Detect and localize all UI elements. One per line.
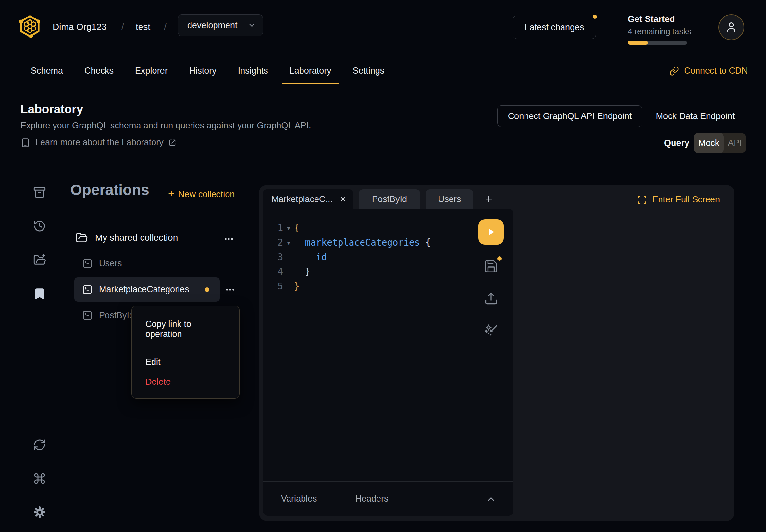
target-select[interactable]: development: [178, 14, 263, 36]
history-icon[interactable]: [33, 220, 46, 233]
code-line: 4 }: [274, 264, 514, 279]
query-mode-api[interactable]: API: [724, 133, 746, 153]
fullscreen-label: Enter Full Screen: [652, 195, 720, 205]
editor-tabs: MarketplaceC... PostById Users: [263, 189, 499, 209]
code-line: 5 }: [274, 279, 514, 294]
chevron-up-icon[interactable]: [486, 494, 496, 504]
sync-icon[interactable]: [33, 438, 46, 451]
operation-context-menu: Copy link to operation Edit Delete: [131, 306, 239, 399]
breadcrumb-separator: /: [121, 22, 124, 32]
get-started-title: Get Started: [628, 14, 691, 24]
mock-endpoint-button[interactable]: Mock Data Endpoint: [653, 105, 737, 127]
code-line: 3 id: [274, 250, 514, 264]
terminal-icon: [82, 258, 92, 269]
learn-more-label: Learn more about the Laboratory: [35, 138, 164, 148]
line-number: 4: [274, 266, 283, 277]
command-palette-icon[interactable]: [33, 472, 46, 485]
menu-item-edit[interactable]: Edit: [132, 352, 239, 372]
get-started-progressbar: [628, 41, 687, 45]
unsaved-dot: [497, 256, 502, 261]
page-title: Laboratory: [20, 103, 83, 116]
latest-changes-button[interactable]: Latest changes: [513, 16, 596, 39]
collection-name: My shared collection: [95, 233, 178, 243]
menu-divider: [132, 348, 239, 348]
learn-more-link[interactable]: Learn more about the Laboratory: [20, 138, 176, 148]
notification-dot: [592, 14, 598, 20]
mock-endpoint-label: Mock Data Endpoint: [656, 111, 735, 121]
operation-row-marketplacecategories[interactable]: MarketplaceCategories: [74, 277, 220, 302]
play-icon: [486, 227, 496, 237]
tab-schema[interactable]: Schema: [20, 58, 74, 84]
connect-endpoint-button[interactable]: Connect GraphQL API Endpoint: [497, 105, 642, 127]
editor-tab-label: MarketplaceC...: [271, 194, 333, 204]
target-select-value: development: [187, 20, 237, 30]
close-icon[interactable]: [339, 196, 346, 203]
connect-cdn-link[interactable]: Connect to CDN: [669, 58, 748, 84]
code-text: id: [294, 252, 327, 262]
tab-laboratory[interactable]: Laboratory: [279, 58, 342, 84]
code-area[interactable]: 1 ▾ { 2 ▾ marketplaceCategories { 3 id: [263, 209, 514, 294]
tab-explorer[interactable]: Explorer: [124, 58, 178, 84]
book-icon: [20, 138, 30, 148]
editor-footer: Variables Headers: [263, 481, 514, 516]
new-folder-icon[interactable]: [33, 253, 46, 266]
connect-cdn-label: Connect to CDN: [684, 66, 748, 76]
user-avatar[interactable]: [718, 14, 744, 40]
execute-query-button[interactable]: [479, 219, 504, 245]
tab-history[interactable]: History: [178, 58, 227, 84]
operation-row-users[interactable]: Users: [82, 258, 122, 269]
tab-insights[interactable]: Insights: [227, 58, 279, 84]
query-editor[interactable]: 1 ▾ { 2 ▾ marketplaceCategories { 3 id: [263, 209, 514, 516]
headers-tab[interactable]: Headers: [355, 494, 389, 504]
variables-tab[interactable]: Variables: [281, 494, 317, 504]
tab-checks[interactable]: Checks: [74, 58, 124, 84]
line-number: 2: [274, 237, 283, 248]
line-number: 3: [274, 252, 283, 262]
menu-item-copy-link[interactable]: Copy link to operation: [132, 314, 239, 344]
query-mode-mock[interactable]: Mock: [694, 133, 724, 153]
latest-changes-label: Latest changes: [525, 22, 584, 32]
new-collection-button[interactable]: + New collection: [168, 187, 235, 200]
get-started-subtitle: 4 remaining tasks: [628, 27, 691, 36]
tab-settings[interactable]: Settings: [342, 58, 395, 84]
operation-row-postbyid[interactable]: PostById: [82, 310, 134, 320]
prettify-icon[interactable]: [484, 324, 499, 339]
code-text: }: [294, 281, 299, 292]
code-line: 1 ▾ {: [274, 221, 514, 235]
menu-item-delete[interactable]: Delete: [132, 372, 239, 392]
terminal-icon: [82, 310, 92, 320]
project-nav: Schema Checks Explorer History Insights …: [0, 58, 766, 84]
laboratory-page: Dima Org123 / test / development Latest …: [0, 0, 766, 532]
code-text: {: [420, 237, 431, 248]
new-collection-label: New collection: [178, 189, 235, 199]
archive-box-icon[interactable]: [33, 186, 46, 199]
settings-gear-icon[interactable]: [33, 506, 46, 519]
operation-name: MarketplaceCategories: [99, 284, 189, 295]
code-line: 2 ▾ marketplaceCategories {: [274, 235, 514, 250]
collection-menu-button[interactable]: [223, 234, 234, 245]
fold-marker[interactable]: ▾: [283, 224, 294, 232]
save-operation-button[interactable]: [484, 259, 499, 274]
editor-tab-marketplacecategories[interactable]: MarketplaceC...: [263, 189, 353, 209]
unsaved-dot: [205, 287, 209, 292]
fullscreen-button[interactable]: Enter Full Screen: [637, 195, 720, 205]
operation-menu-button[interactable]: [225, 284, 236, 295]
code-text: }: [294, 266, 310, 277]
bookmark-icon[interactable]: [33, 287, 46, 300]
breadcrumb-org[interactable]: Dima Org123: [53, 22, 107, 32]
editor-tab-users[interactable]: Users: [426, 189, 473, 209]
breadcrumb-project[interactable]: test: [136, 22, 150, 32]
line-number: 5: [274, 281, 283, 292]
editor-tab-postbyid[interactable]: PostById: [359, 189, 420, 209]
query-mode-toggle: Mock API: [694, 133, 746, 153]
laboratory-workspace-panel: MarketplaceC... PostById Users Enter Ful…: [259, 185, 734, 521]
fold-marker[interactable]: ▾: [283, 239, 294, 246]
operations-title: Operations: [70, 181, 149, 199]
rail-divider: [60, 172, 60, 532]
get-started[interactable]: Get Started 4 remaining tasks: [628, 14, 691, 45]
terminal-icon: [82, 284, 92, 295]
share-operation-button[interactable]: [484, 291, 498, 306]
collection-row[interactable]: My shared collection: [76, 230, 238, 246]
add-tab-button[interactable]: [479, 189, 499, 209]
folder-open-icon: [76, 232, 88, 244]
